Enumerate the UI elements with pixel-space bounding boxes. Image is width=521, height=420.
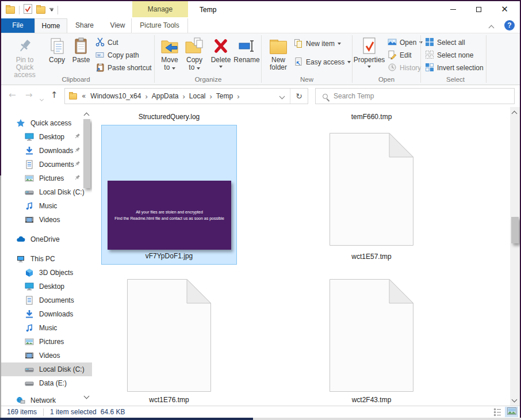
content-scrollbar-thumb[interactable] (511, 217, 519, 243)
file-label-structuredquery-log[interactable]: StructuredQuery.log (101, 113, 237, 121)
sidebar-item-label: OneDrive (30, 235, 60, 243)
scroll-up-icon[interactable] (85, 111, 89, 119)
pictures-icon (25, 174, 34, 183)
history-button[interactable]: History (388, 63, 421, 73)
sidebar-scrollbar-thumb[interactable] (83, 119, 90, 188)
tab-home[interactable]: Home (35, 18, 67, 33)
breadcrumb-local[interactable]: Local (189, 92, 206, 100)
breadcrumb-windows10[interactable]: Windows10_x64 (90, 92, 141, 100)
sidebar-item-label: Music (39, 202, 57, 210)
tab-picture-tools[interactable]: Picture Tools (131, 18, 188, 33)
sidebar-item-documents-qa[interactable]: Documents (1, 158, 92, 171)
select-all-button[interactable]: Select all (425, 37, 465, 48)
sidebar-item-local-disk-c[interactable]: Local Disk (C:) (1, 362, 92, 376)
sidebar-item-quick-access[interactable]: Quick access (1, 116, 92, 130)
file-label-temf660-tmp[interactable]: temF660.tmp (304, 113, 439, 121)
sidebar-item-3d-objects[interactable]: 3D Objects (1, 266, 92, 280)
properties-check-icon[interactable] (24, 4, 32, 16)
tab-share[interactable]: Share (67, 18, 102, 33)
sidebar-item-music-pc[interactable]: Music (1, 321, 92, 335)
copy-button[interactable]: Copy (46, 36, 68, 79)
videos-icon (25, 215, 34, 224)
refresh-button[interactable]: ↻ (290, 91, 308, 101)
rename-button[interactable]: Rename (233, 36, 260, 79)
file-tile-vf7ypdof1-jpg[interactable]: All your files are stolen and encrypted … (101, 125, 237, 265)
select-none-button[interactable]: Select none (425, 50, 473, 60)
new-folder-icon (270, 36, 287, 56)
sidebar-scrollbar[interactable] (83, 110, 91, 400)
file-tile-wct1e76-tmp[interactable]: wct1E76.tmp (101, 271, 237, 406)
title-bar: Manage Temp ✕ (1, 1, 520, 18)
sidebar-item-this-pc[interactable]: This PC (1, 252, 92, 266)
pin-icon (16, 36, 33, 56)
scroll-down-icon[interactable] (512, 395, 516, 403)
collapse-ribbon-button[interactable] (489, 24, 493, 32)
tab-file[interactable]: File (1, 18, 35, 33)
sidebar-item-data-e[interactable]: Data (E:) (1, 376, 92, 390)
file-tile-wct2f43-tmp[interactable]: wct2F43.tmp (304, 271, 439, 406)
breadcrumb-temp[interactable]: Temp (216, 92, 233, 100)
help-button[interactable]: ? (504, 20, 515, 30)
easy-access-button[interactable]: Easy access (294, 57, 351, 67)
edit-button[interactable]: Edit (388, 50, 412, 60)
invert-selection-button[interactable]: Invert selection (425, 63, 484, 73)
address-dropdown-button[interactable] (280, 92, 284, 100)
open-button[interactable]: Open (388, 37, 423, 48)
close-button[interactable]: ✕ (492, 1, 518, 18)
sidebar-item-downloads-qa[interactable]: Downloads (1, 144, 92, 158)
minimize-button[interactable] (440, 1, 466, 18)
new-folder-button[interactable]: New folder (265, 36, 292, 79)
customize-toolbar-icon[interactable] (49, 8, 53, 12)
cut-button[interactable]: Cut (95, 37, 118, 48)
folder-icon[interactable] (6, 6, 15, 14)
pin-to-quick-access-button[interactable]: Pin to Quick access (7, 36, 43, 79)
forward-button[interactable]: → (25, 90, 33, 100)
new-folder-qat-icon[interactable] (36, 6, 45, 14)
copy-to-button[interactable]: Copy to (182, 36, 206, 79)
breadcrumb-overflow[interactable]: « (82, 92, 86, 100)
breadcrumb-chevron[interactable]: › (209, 92, 212, 101)
copy-path-button[interactable]: W.. Copy path (95, 50, 139, 60)
properties-button[interactable]: Properties (354, 36, 384, 79)
tab-view[interactable]: View (102, 18, 133, 33)
move-to-button[interactable]: Move to (158, 36, 182, 79)
content-scrollbar[interactable] (510, 107, 520, 406)
maximize-button[interactable] (466, 1, 492, 18)
sidebar-item-local-disk-c-qa[interactable]: Local Disk (C:) (1, 185, 92, 199)
sidebar-item-network[interactable]: Network (1, 394, 92, 406)
sidebar-item-pictures-qa[interactable]: Pictures (1, 171, 92, 185)
file-tile-wct1e57-tmp[interactable]: wct1E57.tmp (304, 125, 439, 265)
details-view-button[interactable] (491, 407, 504, 417)
sidebar-item-documents-pc[interactable]: Documents (1, 293, 92, 307)
up-button[interactable]: ↑ (51, 90, 58, 100)
breadcrumb-appdata[interactable]: AppData (152, 92, 179, 100)
back-button[interactable]: ← (9, 90, 16, 100)
paste-button[interactable]: Paste (70, 36, 93, 79)
breadcrumb-chevron[interactable]: › (237, 92, 239, 101)
sidebar-item-pictures-pc[interactable]: Pictures (1, 335, 92, 349)
sidebar-item-downloads-pc[interactable]: Downloads (1, 307, 92, 321)
sidebar-item-desktop-qa[interactable]: Desktop (1, 130, 92, 144)
sidebar-item-videos-qa[interactable]: Videos (1, 213, 92, 227)
sidebar-item-onedrive[interactable]: OneDrive (1, 232, 92, 246)
breadcrumb-chevron[interactable]: › (145, 92, 147, 101)
status-bar: 169 items 1 item selected 64.6 KB (1, 406, 520, 418)
sidebar-item-label: Local Disk (C:) (39, 365, 85, 373)
recent-locations-button[interactable] (40, 93, 43, 102)
breadcrumb-chevron[interactable]: › (182, 92, 185, 101)
large-icons-view-button[interactable] (505, 407, 518, 417)
delete-button[interactable]: Delete (208, 36, 233, 79)
tab-manage[interactable]: Manage (132, 1, 188, 17)
scroll-down-icon[interactable] (85, 392, 89, 400)
address-bar[interactable]: « Windows10_x64 › AppData › Local › Temp… (64, 88, 308, 104)
search-box[interactable]: Search Temp (315, 88, 515, 104)
new-item-button[interactable]: New item (294, 39, 341, 49)
cube-icon (25, 268, 34, 277)
sidebar-item-desktop-pc[interactable]: Desktop (1, 280, 92, 293)
dropdown-icon (338, 43, 341, 45)
sidebar-item-music-qa[interactable]: Music (1, 199, 92, 213)
sidebar-item-videos-pc[interactable]: Videos (1, 349, 92, 362)
scroll-up-icon[interactable] (512, 109, 516, 117)
delete-label: Delete (211, 56, 231, 64)
paste-shortcut-button[interactable]: Paste shortcut (95, 63, 152, 73)
